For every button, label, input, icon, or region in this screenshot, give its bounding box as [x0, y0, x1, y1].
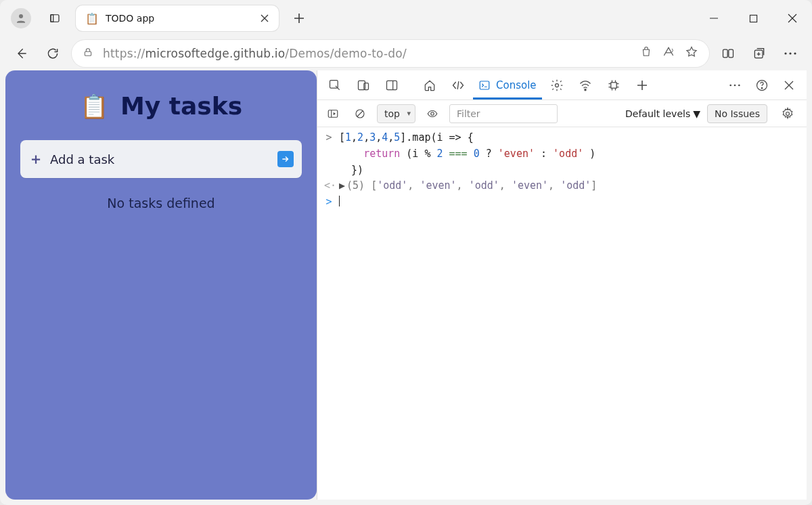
console-output-row[interactable]: <· ▶(5) ['odd', 'even', 'odd', 'even', '… [317, 178, 807, 194]
svg-point-16 [555, 83, 558, 87]
console-body[interactable]: >[1,2,3,4,5].map(i => { return (i % 2 ==… [317, 127, 807, 500]
refresh-button[interactable] [41, 41, 65, 66]
settings-menu-button[interactable] [778, 41, 803, 66]
svg-point-8 [784, 52, 786, 54]
svg-point-20 [734, 84, 736, 86]
window-controls [694, 3, 812, 33]
dock-side-icon[interactable] [378, 72, 405, 99]
add-task-label: Add a task [50, 152, 271, 167]
browser-tab[interactable]: 📋 TODO app [76, 5, 279, 31]
svg-rect-2 [51, 15, 53, 22]
inspect-element-icon[interactable] [321, 72, 348, 99]
device-toolbar-icon[interactable] [350, 72, 377, 99]
svg-rect-14 [387, 81, 397, 89]
maximize-button[interactable] [734, 3, 773, 33]
context-selector[interactable]: top [377, 104, 415, 123]
console-filter-input[interactable]: Filter [449, 104, 558, 123]
log-levels-dropdown[interactable]: Default levels▼ [625, 108, 700, 119]
welcome-tab-icon[interactable] [416, 72, 443, 99]
read-aloud-icon[interactable] [662, 45, 675, 62]
svg-rect-3 [750, 15, 757, 22]
plus-icon: ＋ [28, 149, 43, 169]
close-window-button[interactable] [773, 3, 812, 33]
tab-actions-button[interactable] [42, 5, 68, 31]
browser-window: 📋 TODO app https://microsoftedge.github [0, 0, 812, 505]
help-icon[interactable] [748, 72, 775, 99]
devtools-close-icon[interactable] [775, 72, 803, 99]
more-tabs-icon[interactable] [629, 72, 656, 99]
client-area: 📋 My tasks ＋ Add a task No tasks defined [5, 70, 807, 500]
clear-console-icon[interactable] [350, 100, 370, 127]
browser-toolbar: https://microsoftedge.github.io/Demos/de… [0, 37, 812, 70]
svg-point-10 [794, 52, 796, 54]
svg-rect-1 [51, 15, 59, 22]
no-tasks-text: No tasks defined [20, 196, 302, 211]
console-sidebar-toggle-icon[interactable] [323, 100, 343, 127]
svg-rect-24 [328, 110, 338, 117]
console-toolbar: top Filter Default levels▼ No Issues [317, 100, 807, 127]
svg-rect-18 [610, 82, 616, 87]
split-screen-button[interactable] [716, 41, 740, 66]
svg-point-0 [19, 14, 23, 18]
devtools-tabstrip: Console [317, 70, 807, 100]
issues-button[interactable]: No Issues [707, 104, 767, 123]
titlebar: 📋 TODO app [0, 0, 812, 37]
todo-page: 📋 My tasks ＋ Add a task No tasks defined [5, 70, 317, 500]
svg-point-27 [786, 112, 790, 115]
svg-point-17 [584, 89, 585, 90]
shopping-icon[interactable] [640, 46, 652, 61]
network-tab-icon[interactable] [572, 72, 599, 99]
svg-rect-6 [729, 49, 734, 58]
console-input-echo: >[1,2,3,4,5].map(i => { return (i % 2 ==… [317, 130, 807, 178]
svg-point-9 [789, 52, 791, 54]
performance-tab-icon[interactable] [600, 72, 627, 99]
tab-favicon-icon: 📋 [85, 12, 99, 25]
svg-rect-5 [723, 49, 728, 58]
profile-avatar[interactable] [11, 8, 31, 28]
url-text: https://microsoftedge.github.io/Demos/de… [103, 47, 631, 60]
submit-task-button[interactable] [277, 151, 294, 167]
tab-title: TODO app [106, 13, 249, 24]
svg-rect-13 [364, 83, 369, 89]
lock-icon [83, 47, 93, 60]
back-button[interactable] [9, 41, 34, 66]
svg-point-21 [738, 84, 740, 86]
devtools-menu-icon[interactable] [721, 72, 748, 99]
address-bar[interactable]: https://microsoftedge.github.io/Demos/de… [72, 40, 709, 67]
devtools-panel: Console top Filter Default le [317, 70, 807, 500]
console-tab-label: Console [496, 79, 537, 91]
page-title-text: My tasks [120, 92, 242, 120]
elements-tab-icon[interactable] [445, 72, 472, 99]
collections-button[interactable] [747, 41, 771, 66]
svg-point-26 [431, 112, 434, 115]
tab-close-button[interactable] [256, 9, 273, 27]
clipboard-icon: 📋 [80, 93, 108, 120]
page-title: 📋 My tasks [20, 92, 302, 120]
svg-point-23 [761, 87, 763, 89]
svg-rect-4 [85, 51, 91, 56]
svg-point-19 [729, 84, 731, 86]
console-prompt[interactable]: > [317, 194, 807, 211]
svg-rect-15 [480, 81, 489, 89]
favorite-icon[interactable] [685, 45, 698, 62]
sources-tab-icon[interactable] [543, 72, 570, 99]
console-tab[interactable]: Console [473, 72, 542, 100]
add-task-field[interactable]: ＋ Add a task [20, 140, 302, 178]
live-expression-icon[interactable] [422, 100, 443, 127]
new-tab-button[interactable] [287, 6, 311, 30]
minimize-button[interactable] [694, 3, 734, 33]
console-settings-icon[interactable] [774, 100, 801, 127]
